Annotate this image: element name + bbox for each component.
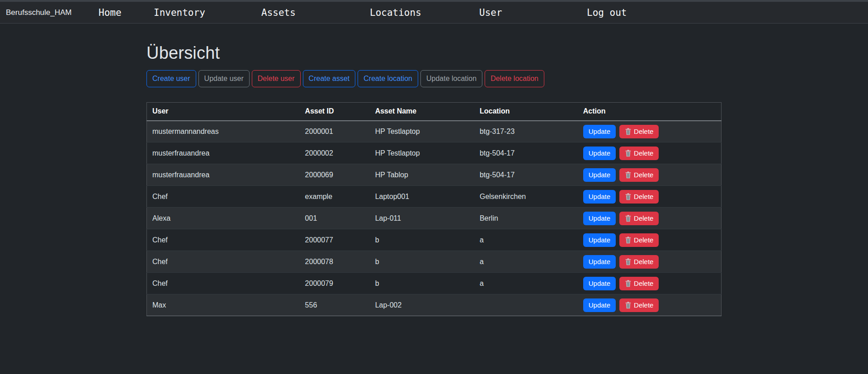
column-header-action: Action: [578, 103, 722, 121]
column-header-asset-id: Asset ID: [300, 103, 370, 121]
table-row: Chef 2000078 b a Update Delete: [147, 251, 722, 273]
row-actions: Update Delete: [583, 147, 716, 160]
trash-icon: [625, 280, 632, 287]
row-update-button[interactable]: Update: [583, 147, 616, 160]
table-row: musterfrauandrea 2000069 HP Tablop btg-5…: [147, 164, 722, 186]
row-actions: Update Delete: [583, 298, 716, 312]
row-update-button[interactable]: Update: [583, 298, 616, 312]
cell-asset-id: 2000069: [300, 164, 370, 186]
cell-user: Chef: [147, 186, 300, 208]
row-delete-label: Delete: [634, 192, 653, 201]
nav-item-locations[interactable]: Locations: [370, 2, 421, 24]
table-row: musterfrauandrea 2000002 HP Testlaptop b…: [147, 142, 722, 164]
row-actions: Update Delete: [583, 277, 716, 290]
create-user-button[interactable]: Create user: [146, 70, 196, 87]
cell-location: btg-504-17: [474, 164, 578, 186]
row-update-button[interactable]: Update: [583, 255, 616, 269]
nav-item-user[interactable]: User: [479, 2, 502, 24]
trash-icon: [625, 302, 632, 309]
cell-user: Chef: [147, 229, 300, 251]
trash-icon: [625, 215, 632, 222]
cell-user: mustermannandreas: [147, 121, 300, 142]
cell-asset-name: b: [370, 251, 474, 273]
page-title: Übersicht: [146, 43, 722, 63]
cell-location: Gelsenkirchen: [474, 186, 578, 208]
cell-asset-name: Laptop001: [370, 186, 474, 208]
cell-asset-name: HP Testlaptop: [370, 121, 474, 142]
update-user-button[interactable]: Update user: [198, 70, 250, 87]
cell-asset-id: 2000077: [300, 229, 370, 251]
table-row: Max 556 Lap-002 Update Delete: [147, 294, 722, 316]
table-header-row: User Asset ID Asset Name Location Action: [147, 103, 722, 121]
cell-asset-id: 2000078: [300, 251, 370, 273]
row-actions: Update Delete: [583, 190, 716, 204]
nav-item-inventory[interactable]: Inventory: [154, 2, 205, 24]
row-update-button[interactable]: Update: [583, 277, 616, 290]
cell-asset-id: 2000001: [300, 121, 370, 142]
cell-location: a: [474, 273, 578, 294]
trash-icon: [625, 237, 632, 244]
trash-icon: [625, 171, 632, 179]
row-delete-button[interactable]: Delete: [619, 168, 659, 182]
cell-asset-id: 2000079: [300, 273, 370, 294]
row-actions: Update Delete: [583, 233, 716, 247]
main-navbar: Berufsschule_HAM Home Inventory Assets L…: [0, 2, 868, 24]
main-content: Übersicht Create user Update user Delete…: [146, 43, 722, 316]
row-delete-button[interactable]: Delete: [619, 125, 659, 138]
row-delete-button[interactable]: Delete: [619, 233, 659, 247]
row-delete-button[interactable]: Delete: [619, 255, 659, 269]
row-delete-label: Delete: [634, 236, 653, 245]
cell-location: btg-504-17: [474, 142, 578, 164]
row-update-button[interactable]: Update: [583, 190, 616, 204]
create-location-button[interactable]: Create location: [358, 70, 418, 87]
cell-location: a: [474, 251, 578, 273]
cell-user: Chef: [147, 251, 300, 273]
row-update-button[interactable]: Update: [583, 125, 616, 138]
table-row: Chef 2000077 b a Update Delete: [147, 229, 722, 251]
column-header-asset-name: Asset Name: [370, 103, 474, 121]
table-row: mustermannandreas 2000001 HP Testlaptop …: [147, 121, 722, 142]
navbar-brand[interactable]: Berufsschule_HAM: [6, 2, 72, 24]
cell-asset-id: 2000002: [300, 142, 370, 164]
nav-item-home[interactable]: Home: [99, 2, 122, 24]
delete-user-button[interactable]: Delete user: [252, 70, 301, 87]
row-actions: Update Delete: [583, 212, 716, 225]
cell-asset-name: HP Tablop: [370, 164, 474, 186]
update-location-button[interactable]: Update location: [420, 70, 482, 87]
cell-user: Max: [147, 294, 300, 316]
row-delete-label: Delete: [634, 257, 653, 266]
table-row: Chef example Laptop001 Gelsenkirchen Upd…: [147, 186, 722, 208]
row-delete-button[interactable]: Delete: [619, 147, 659, 160]
nav-item-assets[interactable]: Assets: [261, 2, 296, 24]
cell-asset-name: Lap-011: [370, 208, 474, 229]
nav-item-logout[interactable]: Log out: [587, 2, 627, 24]
row-delete-button[interactable]: Delete: [619, 277, 659, 290]
row-delete-button[interactable]: Delete: [619, 190, 659, 204]
row-update-button[interactable]: Update: [583, 233, 616, 247]
assets-table: User Asset ID Asset Name Location Action…: [146, 102, 722, 316]
row-delete-label: Delete: [634, 170, 653, 180]
row-delete-label: Delete: [634, 127, 653, 136]
trash-icon: [625, 193, 632, 200]
row-delete-label: Delete: [634, 279, 653, 288]
cell-asset-name: b: [370, 273, 474, 294]
table-row: Chef 2000079 b a Update Delete: [147, 273, 722, 294]
row-delete-button[interactable]: Delete: [619, 298, 659, 312]
row-update-button[interactable]: Update: [583, 168, 616, 182]
column-header-location: Location: [474, 103, 578, 121]
cell-user: Alexa: [147, 208, 300, 229]
trash-icon: [625, 128, 632, 135]
row-delete-label: Delete: [634, 214, 653, 223]
cell-asset-id: 556: [300, 294, 370, 316]
row-actions: Update Delete: [583, 255, 716, 269]
crud-toolbar: Create user Update user Delete user Crea…: [146, 70, 722, 87]
cell-user: musterfrauandrea: [147, 142, 300, 164]
row-delete-button[interactable]: Delete: [619, 212, 659, 225]
table-row: Alexa 001 Lap-011 Berlin Update Delete: [147, 208, 722, 229]
row-update-button[interactable]: Update: [583, 212, 616, 225]
trash-icon: [625, 150, 632, 157]
delete-location-button[interactable]: Delete location: [485, 70, 544, 87]
cell-asset-id: example: [300, 186, 370, 208]
create-asset-button[interactable]: Create asset: [303, 70, 356, 87]
column-header-user: User: [147, 103, 300, 121]
